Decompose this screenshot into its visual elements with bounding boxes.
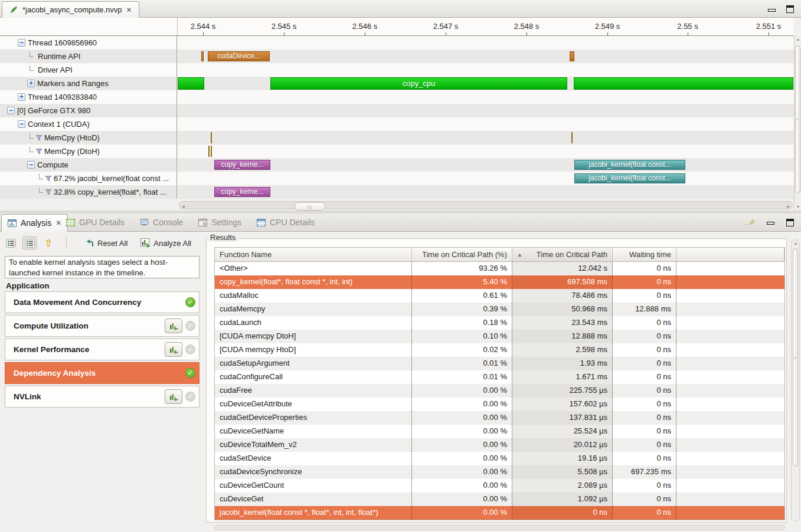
tree-row-thread-1409283840[interactable]: Thread 1409283840: [0, 90, 176, 104]
table-row[interactable]: <Other> 93.26 % 12.042 s 0 ns: [215, 262, 784, 275]
collapse-icon[interactable]: [18, 120, 25, 128]
memcpy-htod-mark[interactable]: [211, 132, 212, 143]
timeline-bar-jacobi-kernel[interactable]: jacobi_kernel(float const...: [574, 173, 685, 183]
tab-analysis[interactable]: Analysis ✕: [1, 214, 68, 232]
minimize-icon[interactable]: [768, 9, 776, 12]
cell-critical-path-time: 225.755 µs: [512, 384, 613, 398]
timeline-horizontal-scrollbar[interactable]: ◂ ||| ▸: [178, 200, 794, 211]
table-row[interactable]: [CUDA memcpy HtoD] 0.02 % 2.598 ms 0 ns: [215, 343, 784, 357]
timeline-ruler[interactable]: 2.544 s 2.545 s 2.546 s 2.547 s 2.548 s …: [177, 18, 794, 36]
expand-icon[interactable]: [18, 93, 25, 101]
memcpy-dtoh-mark[interactable]: [211, 146, 212, 157]
reset-all-button[interactable]: Reset All: [86, 239, 127, 248]
timeline-bar-runtime-small[interactable]: [570, 51, 574, 61]
timeline-bar-copy-cpu[interactable]: copy_cpu: [270, 77, 567, 90]
table-row[interactable]: cudaConfigureCall 0.01 % 1.671 ms 0 ns: [215, 370, 784, 384]
table-row[interactable]: cudaDeviceSynchronize 0.00 % 5.508 µs 69…: [215, 465, 784, 479]
stage-dependency-analysis[interactable]: Dependency Analysis ✓: [5, 362, 200, 384]
table-row[interactable]: [CUDA memcpy DtoH] 0.10 % 12.888 ms 0 ns: [215, 330, 784, 343]
tree-row-copy-kernel[interactable]: 32.8% copy_kernel(float*, float ...: [0, 185, 176, 199]
stage-nvlink[interactable]: NVLink ✓: [5, 386, 200, 408]
timeline-bar-cuda-device[interactable]: cudaDevice...: [208, 51, 270, 61]
column-header-waiting-time[interactable]: Waiting time: [613, 248, 676, 262]
table-row[interactable]: cudaMalloc 0.61 % 78.486 ms 0 ns: [215, 289, 784, 303]
column-header-critical-path-pct[interactable]: Time on Critical Path (%): [412, 248, 512, 262]
run-analysis-button[interactable]: [165, 318, 182, 333]
tree-row-driver-api[interactable]: Driver API: [0, 63, 176, 77]
timeline-bar-runtime-small[interactable]: [201, 51, 204, 61]
column-header-function-name[interactable]: Function Name: [215, 248, 412, 262]
column-header-critical-path-time[interactable]: ▲Time on Critical Path: [512, 248, 613, 262]
tab-cpu-details[interactable]: CPU Details: [257, 218, 315, 227]
tree-row-compute[interactable]: Compute: [0, 158, 176, 172]
table-row[interactable]: cuDeviceGetName 0.00 % 25.524 µs 0 ns: [215, 425, 784, 438]
collapse-icon[interactable]: [18, 39, 25, 47]
tree-row-thread-1609856960[interactable]: Thread 1609856960: [0, 36, 176, 50]
collapse-list-icon[interactable]: [4, 237, 18, 249]
table-row[interactable]: cuDeviceGetCount 0.00 % 2.089 µs 0 ns: [215, 479, 784, 492]
ruler-tick: 2.55 s: [677, 22, 698, 31]
table-row[interactable]: copy_kernel(float*, float const *, int, …: [215, 275, 784, 289]
maximize-icon[interactable]: [786, 219, 794, 226]
tab-gpu-details[interactable]: GPU Details: [66, 218, 125, 227]
close-icon[interactable]: ✕: [55, 219, 61, 227]
maximize-icon[interactable]: [786, 5, 794, 13]
collapse-icon[interactable]: [27, 161, 35, 169]
expand-list-icon[interactable]: [22, 237, 37, 249]
close-icon[interactable]: ✕: [126, 6, 132, 14]
timeline-bar-copy-kernel[interactable]: copy_kerne...: [214, 160, 270, 170]
tree-row-context-cuda[interactable]: Context 1 (CUDA): [0, 117, 176, 131]
memcpy-htod-mark[interactable]: [571, 132, 573, 143]
tab-settings[interactable]: Settings: [198, 218, 241, 227]
tab-console[interactable]: Console: [140, 218, 183, 227]
table-row[interactable]: cudaLaunch 0.18 % 23.543 ms 0 ns: [215, 316, 784, 330]
bottom-tab-bar: Analysis ✕ GPU Details Console Settings …: [0, 214, 801, 232]
tree-row-runtime-api[interactable]: Runtime API: [0, 50, 176, 63]
collapse-icon[interactable]: [7, 107, 15, 114]
table-row[interactable]: cuDeviceGetAttribute 0.00 % 157.602 µs 0…: [215, 398, 784, 411]
scrollbar-thumb[interactable]: ≡: [795, 45, 800, 193]
table-row[interactable]: cuDeviceGet 0.00 % 1.092 µs 0 ns: [215, 492, 784, 506]
table-row[interactable]: cudaMemcpy 0.39 % 50.968 ms 12.888 ms: [215, 303, 784, 316]
results-horizontal-scrollbar[interactable]: [214, 525, 785, 530]
tree-row-jacobi-kernel[interactable]: 67.2% jacobi_kernel(float const ...: [0, 172, 176, 185]
scroll-down-icon[interactable]: ▼: [795, 203, 801, 211]
timeline-bar-marker-left[interactable]: [178, 77, 204, 90]
timeline-vertical-scrollbar[interactable]: ▲ ≡ ▼: [794, 36, 801, 211]
scrollbar-thumb[interactable]: |||: [295, 202, 325, 211]
table-row[interactable]: cudaSetupArgument 0.01 % 1.93 ms 0 ns: [215, 357, 784, 370]
cell-waiting-time: 0 ns: [613, 398, 676, 411]
tree-row-memcpy-htod[interactable]: MemCpy (HtoD): [0, 131, 176, 145]
scroll-up-icon[interactable]: ▲: [793, 241, 799, 245]
table-row[interactable]: cudaFree 0.00 % 225.755 µs 0 ns: [215, 384, 784, 398]
table-row[interactable]: cuDeviceTotalMem_v2 0.00 % 20.012 µs 0 n…: [215, 438, 784, 452]
analysis-toolbar: ⇧ Reset All Analyze All: [4, 235, 203, 251]
tree-row-gpu-geforce[interactable]: [0] GeForce GTX 980: [0, 104, 176, 117]
scroll-up-icon[interactable]: ▲: [795, 36, 801, 43]
memcpy-dtoh-mark[interactable]: [208, 146, 210, 157]
expand-icon[interactable]: [27, 80, 35, 87]
timeline-bar-copy-kernel[interactable]: copy_kerne...: [214, 187, 270, 197]
promote-up-icon[interactable]: ⇧: [41, 237, 55, 249]
scroll-right-icon[interactable]: ▸: [787, 203, 790, 209]
stage-data-movement[interactable]: Data Movement And Concurrency ✓: [5, 291, 200, 313]
scroll-left-icon[interactable]: ◂: [182, 203, 185, 209]
results-vertical-scrollbar[interactable]: ▲ ≡: [791, 239, 800, 521]
table-row[interactable]: cudaGetDeviceProperties 0.00 % 137.831 µ…: [215, 411, 784, 425]
scrollbar-track[interactable]: ◂ ||| ▸: [179, 201, 793, 209]
timeline-bar-jacobi-kernel[interactable]: jacobi_kernel(float const...: [574, 160, 685, 170]
tree-row-memcpy-dtoh[interactable]: MemCpy (DtoH): [0, 145, 176, 158]
stage-kernel-performance[interactable]: Kernel Performance ✓: [5, 339, 200, 360]
stage-compute-utilization[interactable]: Compute Utilization ✓: [5, 315, 200, 337]
analyze-all-button[interactable]: Analyze All: [140, 238, 191, 248]
table-row[interactable]: cudaSetDevice 0.00 % 19.16 µs 0 ns: [215, 452, 784, 465]
timeline-bar-marker-right[interactable]: [574, 77, 793, 90]
view-menu-icon[interactable]: ✎..: [744, 218, 755, 227]
minimize-icon[interactable]: [767, 222, 774, 225]
tab-jacobi-file[interactable]: *jacobi_async_compute.nvvp ✕: [2, 1, 139, 18]
tree-row-markers-ranges[interactable]: Markers and Ranges: [0, 77, 176, 90]
scrollbar-thumb[interactable]: ≡: [793, 248, 798, 467]
run-analysis-button[interactable]: [165, 342, 182, 357]
table-row[interactable]: jacobi_kernel(float const *, float*, int…: [215, 506, 784, 520]
run-analysis-button[interactable]: [165, 389, 182, 404]
